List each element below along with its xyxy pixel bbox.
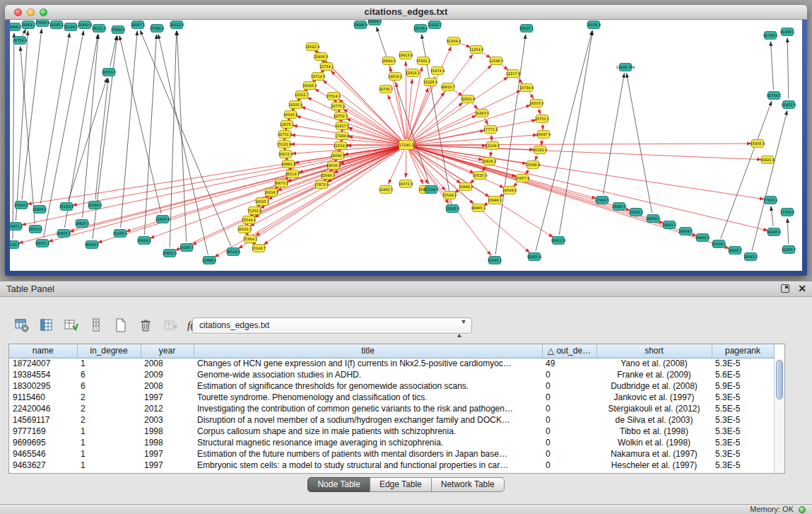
graph-node[interactable]: 22406 8 xyxy=(314,53,329,61)
graph-node[interactable]: 15581 2 xyxy=(416,57,431,65)
graph-node[interactable]: 92734 5 xyxy=(767,92,782,100)
table-cell[interactable]: 0 xyxy=(542,369,596,380)
table-cell[interactable]: 6 xyxy=(77,369,141,380)
graph-edge[interactable] xyxy=(297,116,401,144)
graph-node[interactable]: 20553 0 xyxy=(102,69,117,76)
graph-node[interactable]: 24567 1 xyxy=(131,21,146,29)
graph-edge[interactable] xyxy=(412,105,531,144)
graph-edge[interactable] xyxy=(491,134,492,141)
graph-node[interactable]: 17873 9 xyxy=(314,181,329,189)
graph-node[interactable]: 17100 4 xyxy=(763,197,778,204)
table-cell[interactable]: Investigating the contribution of common… xyxy=(194,403,542,414)
graph-node[interactable]: 19013 5 xyxy=(28,226,43,233)
graph-node[interactable]: 69610 7 xyxy=(441,83,456,91)
graph-node[interactable]: 16816 2 xyxy=(482,158,497,165)
table-cell[interactable]: 18300295 xyxy=(9,380,77,392)
graph-node[interactable]: 18714 0 xyxy=(311,73,326,81)
graph-edge[interactable] xyxy=(529,93,534,99)
graph-node[interactable]: 93412 8 xyxy=(551,237,566,245)
graph-node[interactable]: 16162 0 xyxy=(533,146,548,154)
graph-edge[interactable] xyxy=(787,218,788,244)
table-cell[interactable]: 5.3E-5 xyxy=(712,437,774,448)
column-header[interactable]: △ out_de… xyxy=(542,344,596,358)
tab-edge-table[interactable]: Edge Table xyxy=(370,477,432,492)
table-cell[interactable]: 0 xyxy=(542,392,596,403)
column-header[interactable]: short xyxy=(596,344,712,358)
graph-node[interactable]: 89965 1 xyxy=(471,204,486,212)
tab-network-table[interactable]: Network Table xyxy=(431,477,505,492)
graph-node[interactable]: 16263 5 xyxy=(475,110,490,117)
graph-node[interactable]: 18141 8 xyxy=(283,111,298,119)
graph-node[interactable]: 42752 7 xyxy=(334,112,348,120)
table-cell[interactable]: 6 xyxy=(77,380,141,392)
table-cell[interactable]: 2012 xyxy=(141,403,194,414)
graph-node[interactable]: 18460 9 xyxy=(612,203,627,211)
table-cell[interactable]: 5.6E-5 xyxy=(712,369,774,380)
table-cell[interactable]: 1 xyxy=(77,437,141,448)
graph-edge[interactable] xyxy=(49,146,401,242)
graph-node[interactable]: 26111 3 xyxy=(92,25,107,33)
graph-node[interactable]: 18735 7 xyxy=(379,86,394,93)
graph-node[interactable]: 25905 9 xyxy=(57,230,71,238)
table-cell[interactable]: 0 xyxy=(542,403,596,414)
table-cell[interactable]: 5.3E-5 xyxy=(712,358,774,369)
graph-node[interactable]: 21822 7 xyxy=(428,21,442,29)
graph-edge[interactable] xyxy=(771,206,773,226)
graph-edge[interactable] xyxy=(721,101,772,238)
table-cell[interactable]: 2003 xyxy=(141,414,194,426)
graph-node[interactable]: 16026 3 xyxy=(302,82,317,90)
graph-node[interactable]: 19981 4 xyxy=(281,160,296,168)
graph-node[interactable]: 25789 4 xyxy=(150,25,165,33)
window-title-bar[interactable]: citations_edges.txt xyxy=(5,5,807,20)
table-cell[interactable]: Estimation of significance thresholds fo… xyxy=(194,380,542,392)
graph-node[interactable]: 22040 7 xyxy=(321,172,336,180)
tab-node-table[interactable]: Node Table xyxy=(307,477,370,492)
table-cell[interactable]: 0 xyxy=(542,460,596,471)
graph-edge[interactable] xyxy=(95,78,108,199)
table-row[interactable]: 946554611997Estimation of the future num… xyxy=(9,448,774,460)
table-cell[interactable]: 22420046 xyxy=(9,403,77,414)
graph-node[interactable]: 17919 5 xyxy=(595,197,610,204)
graph-edge[interactable] xyxy=(472,103,478,109)
graph-edge[interactable] xyxy=(412,145,761,159)
graph-node[interactable]: 15935 8 xyxy=(751,140,765,148)
graph-node[interactable]: 12754 1 xyxy=(319,63,334,71)
table-cell[interactable]: 2 xyxy=(77,392,141,403)
table-row[interactable]: 2242004622012Investigating the contribut… xyxy=(9,403,774,414)
graph-node[interactable]: 12675 1 xyxy=(280,121,295,129)
table-cell[interactable]: 1997 xyxy=(141,460,194,471)
table-row[interactable]: 911546021997Tourette syndrome. Phenomeno… xyxy=(9,392,774,403)
float-panel-icon[interactable] xyxy=(781,284,789,293)
graph-edge[interactable] xyxy=(771,42,774,90)
column-header[interactable]: name xyxy=(9,344,77,358)
table-cell[interactable]: 5.9E-5 xyxy=(712,380,774,392)
graph-edge[interactable] xyxy=(513,182,518,187)
table-cell[interactable]: 9115460 xyxy=(9,392,77,403)
table-cell[interactable]: Franke et al. (2009) xyxy=(596,369,712,380)
table-cell[interactable]: 2009 xyxy=(141,369,194,380)
graph-node[interactable]: 15122 9 xyxy=(277,141,292,148)
table-row[interactable]: 977716911998Corpus callosum shape and si… xyxy=(9,426,774,437)
table-cell[interactable]: Genome-wide association studies in ADHD. xyxy=(194,369,542,380)
graph-node[interactable]: 15546 9 xyxy=(526,161,541,169)
graph-edge[interactable] xyxy=(490,151,492,157)
graph-node[interactable]: 17771 4 xyxy=(483,126,498,134)
graph-node[interactable]: 12481 5 xyxy=(379,186,394,194)
network-canvas[interactable]: 17240 218522 422406 812754 118714 016026… xyxy=(10,20,802,271)
graph-node[interactable]: 20652 3 xyxy=(163,250,177,257)
column-header[interactable]: in_degree xyxy=(77,344,141,358)
graph-node[interactable]: 21554 8 xyxy=(334,142,348,150)
table-cell[interactable]: Estimation of the future numbers of pati… xyxy=(194,448,542,460)
graph-node[interactable]: 15845 8 xyxy=(445,205,460,213)
graph-node[interactable]: 75364 1 xyxy=(243,235,258,243)
graph-edge[interactable] xyxy=(347,145,401,146)
delete-table-icon[interactable] xyxy=(135,315,155,335)
graph-node[interactable]: 26514 6 xyxy=(226,248,241,256)
table-cell[interactable]: Tibbo et al. (1998) xyxy=(596,426,712,437)
graph-node[interactable]: 23450 9 xyxy=(78,21,93,29)
graph-node[interactable]: 92739 6 xyxy=(763,32,778,40)
table-cell[interactable]: 1 xyxy=(77,358,141,369)
table-cell[interactable]: 18724007 xyxy=(9,358,77,369)
table-cell[interactable]: Wolkin et al. (1998) xyxy=(596,437,712,448)
table-cell[interactable]: 9777169 xyxy=(9,426,77,437)
